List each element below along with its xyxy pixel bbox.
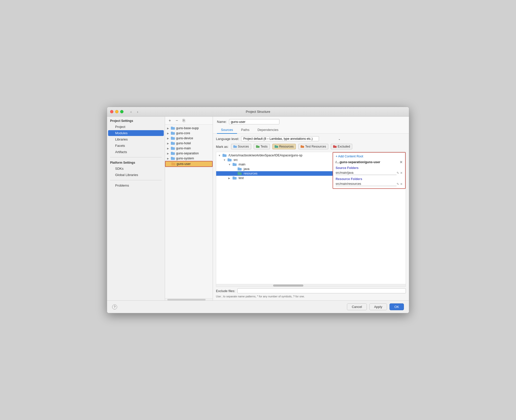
tree-folder-icon — [222, 154, 227, 157]
module-horizontal-scrollbar[interactable] — [165, 298, 213, 300]
window-title: Project Structure — [246, 110, 270, 114]
source-path-item: src/main/java ✎ ✕ — [336, 171, 403, 175]
apply-button[interactable]: Apply — [369, 303, 387, 310]
module-item-guns-user[interactable]: guns-user — [165, 161, 213, 167]
mark-resources-label: Resources — [279, 145, 294, 148]
sidebar-item-problems[interactable]: Problems — [108, 183, 164, 188]
module-item-guns-separation[interactable]: ▶ guns-separation — [165, 151, 213, 156]
module-item-label: guns-main — [176, 147, 191, 150]
sources-folder-icon — [233, 145, 237, 148]
sidebar-item-modules[interactable]: Modules — [108, 130, 164, 136]
mark-tests-label: Tests — [261, 145, 268, 148]
scrollbar-thumb — [273, 285, 303, 287]
mark-test-resources-label: Test Resources — [305, 145, 326, 148]
tab-paths[interactable]: Paths — [237, 126, 253, 134]
sidebar-item-facets[interactable]: Facets — [108, 143, 164, 149]
source-path-actions: ✎ ✕ — [397, 171, 403, 175]
mark-resources-button[interactable]: Resources — [272, 144, 296, 149]
resource-path-item: src/main/resources ✎ ✕ — [336, 182, 403, 186]
language-level-select[interactable]: Project default (8 – Lambdas, type annot… — [241, 136, 319, 141]
tree-expand-resources — [233, 172, 236, 175]
module-item-label: guns-base-supp — [176, 126, 199, 130]
module-folder-icon — [171, 157, 175, 160]
sidebar-item-libraries[interactable]: Libraries — [108, 136, 164, 142]
sidebar-item-sdks[interactable]: SDKs — [108, 166, 164, 171]
help-button[interactable]: ? — [112, 304, 117, 309]
ok-button[interactable]: OK — [390, 303, 404, 310]
source-edit-button[interactable]: ✎ — [397, 171, 399, 175]
module-folder-icon — [171, 142, 175, 145]
mark-tests-button[interactable]: Tests — [254, 144, 270, 149]
module-item-guns-main[interactable]: ▶ guns-main — [165, 146, 213, 151]
platform-settings-header: Platform Settings — [107, 159, 165, 165]
module-item-guns-device[interactable]: ▶ guns-device — [165, 136, 213, 141]
project-structure-window: ‹ › Project Structure Project Settings P… — [107, 107, 409, 313]
main-layout: Project Settings Project Modules Librari… — [107, 117, 409, 300]
mark-sources-button[interactable]: Sources — [231, 144, 251, 149]
tree-item-label: src — [234, 158, 238, 162]
module-item-label: guns-core — [176, 131, 190, 135]
tree-expand-test: ▶ — [228, 177, 231, 180]
sidebar-divider — [110, 157, 162, 157]
module-item-label: guns-separation — [176, 152, 199, 155]
add-module-button[interactable]: + — [167, 118, 173, 123]
content-root-popup: + Add Content Root /…guns-separation/gun… — [333, 152, 406, 189]
tab-sources[interactable]: Sources — [217, 126, 237, 134]
sidebar-item-project[interactable]: Project — [108, 124, 164, 130]
cancel-button[interactable]: Cancel — [347, 303, 367, 310]
close-button[interactable] — [110, 110, 113, 113]
tabs-row: Sources Paths Dependencies — [217, 126, 405, 133]
sidebar-item-global-libraries[interactable]: Global Libraries — [108, 172, 164, 178]
traffic-lights — [110, 110, 123, 113]
resource-path-actions: ✎ ✕ — [397, 182, 403, 186]
module-item-guns-core[interactable]: ▶ guns-core — [165, 131, 213, 136]
maximize-button[interactable] — [120, 110, 123, 113]
titlebar: ‹ › Project Structure — [107, 107, 409, 117]
add-content-root-button[interactable]: + Add Content Root — [336, 155, 403, 158]
forward-button[interactable]: › — [135, 109, 140, 114]
resource-delete-button[interactable]: ✕ — [400, 182, 403, 186]
exclude-files-input[interactable] — [237, 288, 406, 293]
file-tree-horizontal-scrollbar[interactable] — [216, 284, 406, 287]
module-item-label: guns-device — [176, 136, 193, 140]
module-scrollbar-thumb — [167, 299, 205, 300]
name-input[interactable] — [229, 119, 279, 124]
exclude-hint: Use ; to separate name patterns, * for a… — [216, 295, 406, 298]
module-folder-icon-selected — [171, 162, 175, 165]
module-item-guns-system[interactable]: ▶ guns-system — [165, 156, 213, 161]
source-delete-button[interactable]: ✕ — [400, 171, 403, 175]
resource-edit-button[interactable]: ✎ — [397, 182, 399, 186]
module-item-guns-base-supp[interactable]: ▶ guns-base-supp — [165, 126, 213, 131]
tree-folder-icon — [233, 163, 237, 166]
module-item-label: guns-user — [177, 162, 191, 166]
tree-expand-java — [233, 168, 236, 170]
sidebar-divider2 — [110, 180, 162, 180]
back-button[interactable]: ‹ — [128, 109, 134, 114]
tree-expand-root: ▼ — [218, 154, 221, 157]
copy-module-button[interactable]: ⎘ — [181, 118, 187, 123]
mark-test-resources-button[interactable]: Test Resources — [298, 144, 328, 149]
module-item-guns-hotel[interactable]: ▶ guns-hotel — [165, 141, 213, 146]
content-root-close-button[interactable]: ✕ — [400, 160, 403, 164]
test-resources-folder-icon — [301, 145, 304, 148]
expand-arrow: ▶ — [167, 152, 170, 155]
tree-item-label: java — [244, 167, 249, 171]
resources-folder-icon — [275, 145, 278, 148]
expand-arrow: ▶ — [167, 157, 170, 160]
expand-arrow: ▶ — [167, 127, 170, 130]
module-folder-icon — [171, 132, 175, 135]
module-folder-icon — [171, 152, 175, 155]
file-tree[interactable]: ▼ /Users/macbook/work/devSpace/IDEAspace… — [216, 152, 406, 284]
mark-sources-label: Sources — [238, 145, 249, 148]
module-list: + − ⎘ ▶ guns-base-supp ▶ guns-core ▶ — [165, 117, 213, 300]
expand-arrow: ▶ — [167, 147, 170, 150]
tests-folder-icon — [256, 145, 260, 148]
sidebar-item-artifacts[interactable]: Artifacts — [108, 149, 164, 155]
mark-as-row: Mark as: Sources Tests Resources — [216, 144, 406, 149]
mark-excluded-button[interactable]: Excluded — [331, 144, 352, 149]
remove-module-button[interactable]: − — [174, 118, 180, 123]
module-folder-icon — [171, 137, 175, 140]
tab-dependencies[interactable]: Dependencies — [253, 126, 282, 134]
minimize-button[interactable] — [115, 110, 118, 113]
excluded-folder-icon — [333, 145, 337, 148]
